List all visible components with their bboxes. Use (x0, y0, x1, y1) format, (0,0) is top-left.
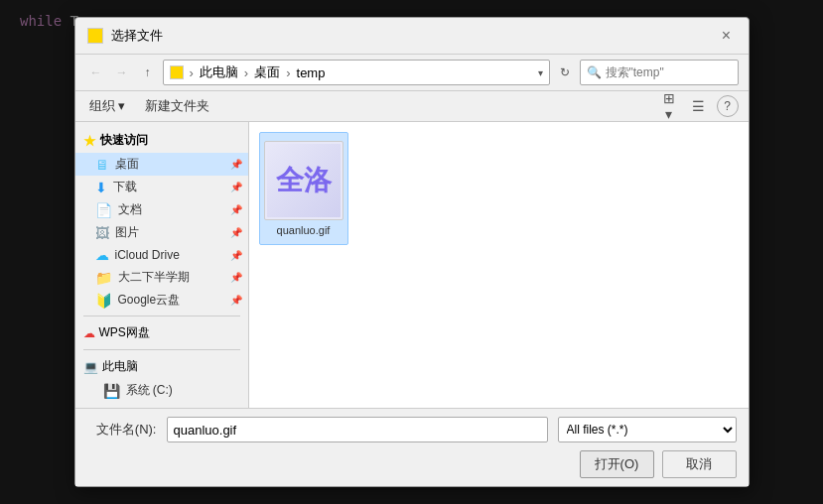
icloud-icon: ☁ (95, 247, 109, 263)
sidebar-item-folder1-label: 大二下半学期 (118, 269, 190, 286)
sidebar-item-pictures-label: 图片 (115, 224, 139, 241)
file-name-label: quanluo.gif (277, 224, 331, 236)
toolbar: 组织 ▾ 新建文件夹 ⊞ ▾ ☰ ? (75, 91, 749, 122)
sidebar-item-google-label: Google云盘 (118, 292, 181, 309)
back-button[interactable]: ← (85, 62, 107, 83)
wps-header: ☁ WPS网盘 (75, 320, 248, 345)
file-item-quanluo[interactable]: 全洛 quanluo.gif (259, 132, 348, 245)
folder-icon: 📁 (95, 270, 112, 286)
photo-icon: 🖼 (95, 225, 109, 241)
thispc-label: 此电脑 (102, 358, 138, 375)
help-button[interactable]: ? (717, 95, 739, 117)
star-icon: ★ (83, 133, 96, 149)
document-icon: 📄 (95, 202, 112, 218)
title-bar: 选择文件 × (75, 18, 749, 55)
google-drive-icon: 🔰 (95, 293, 112, 309)
bottom-bar: 文件名(N): All files (*.*) 打开(O) 取消 (75, 408, 749, 486)
desktop-icon: 🖥 (95, 157, 109, 173)
filename-label: 文件名(N): (87, 421, 157, 439)
file-dialog: 选择文件 × ← → ↑ › 此电脑 › 桌面 › temp ▾ ↻ 🔍 (74, 17, 750, 487)
sidebar-item-documents[interactable]: 📄 文档 📌 (75, 198, 248, 221)
search-input[interactable] (606, 65, 732, 79)
quick-access-label: 快速访问 (100, 132, 148, 149)
sidebar-item-icloud[interactable]: ☁ iCloud Drive 📌 (75, 244, 248, 266)
filename-input[interactable] (167, 417, 548, 442)
new-folder-button[interactable]: 新建文件夹 (141, 95, 213, 117)
search-icon: 🔍 (587, 65, 602, 79)
path-item-desktop: 桌面 (254, 63, 280, 81)
sidebar-item-desktop[interactable]: 🖥 桌面 📌 (75, 153, 248, 176)
organize-button[interactable]: 组织 ▾ (85, 95, 130, 117)
wps-label: WPS网盘 (99, 324, 150, 341)
details-view-button[interactable]: ☰ (687, 95, 711, 117)
sidebar-item-icloud-label: iCloud Drive (115, 248, 180, 262)
sidebar-item-system-label: 系统 (C:) (126, 382, 173, 399)
refresh-button[interactable]: ↻ (554, 62, 576, 83)
gif-preview: 全洛 (267, 144, 341, 217)
thispc-header: 💻 此电脑 (75, 354, 248, 379)
action-row: 打开(O) 取消 (87, 450, 737, 478)
path-item-pc: 此电脑 (200, 63, 238, 81)
open-button[interactable]: 打开(O) (580, 450, 654, 478)
sidebar-divider-2 (83, 349, 240, 350)
file-area: 全洛 quanluo.gif (249, 122, 749, 408)
sidebar-item-documents-label: 文档 (118, 201, 142, 218)
pin-icon-dl: 📌 (230, 182, 242, 192)
view-toggle-button[interactable]: ⊞ ▾ (657, 95, 681, 117)
pin-icon-icl: 📌 (230, 250, 242, 261)
filetype-select[interactable]: All files (*.*) (558, 417, 737, 442)
path-item-folder: temp (297, 65, 326, 80)
sidebar-item-download-label: 下载 (113, 179, 137, 195)
pin-icon-g: 📌 (230, 295, 242, 306)
pin-icon-pic: 📌 (230, 227, 242, 238)
wps-icon: ☁ (83, 326, 95, 340)
sidebar-item-download[interactable]: ⬇ 下载 📌 (75, 176, 248, 198)
path-folder-icon (170, 65, 184, 79)
title-bar-left: 选择文件 (87, 27, 163, 45)
main-content: ★ 快速访问 🖥 桌面 📌 ⬇ 下载 📌 📄 文档 📌 (75, 122, 749, 408)
drive-icon: 💾 (103, 383, 120, 399)
computer-icon: 💻 (83, 360, 98, 374)
search-box: 🔍 (580, 60, 739, 85)
file-thumbnail: 全洛 (264, 141, 343, 220)
up-button[interactable]: ↑ (137, 62, 159, 83)
dialog-title: 选择文件 (111, 27, 163, 45)
download-icon: ⬇ (95, 180, 107, 195)
address-path[interactable]: › 此电脑 › 桌面 › temp ▾ (163, 60, 550, 85)
pin-icon-f1: 📌 (230, 272, 242, 283)
sidebar-item-desktop-label: 桌面 (115, 156, 139, 173)
path-dropdown-button[interactable]: ▾ (538, 67, 543, 78)
sidebar: ★ 快速访问 🖥 桌面 📌 ⬇ 下载 📌 📄 文档 📌 (75, 122, 249, 408)
cancel-button[interactable]: 取消 (662, 450, 737, 478)
close-button[interactable]: × (717, 26, 737, 46)
dialog-overlay: 选择文件 × ← → ↑ › 此电脑 › 桌面 › temp ▾ ↻ 🔍 (0, 0, 823, 504)
address-bar: ← → ↑ › 此电脑 › 桌面 › temp ▾ ↻ 🔍 (75, 55, 749, 91)
toolbar-right: ⊞ ▾ ☰ ? (657, 95, 739, 117)
quick-access-header: ★ 快速访问 (75, 128, 248, 153)
sidebar-item-system-c[interactable]: 💾 系统 (C:) (75, 379, 248, 402)
pin-icon: 📌 (230, 159, 242, 170)
sidebar-item-folder1[interactable]: 📁 大二下半学期 📌 (75, 266, 248, 289)
sidebar-divider-1 (83, 315, 240, 316)
sidebar-item-pictures[interactable]: 🖼 图片 📌 (75, 221, 248, 244)
dialog-icon (87, 28, 103, 44)
sidebar-item-google[interactable]: 🔰 Google云盘 📌 (75, 289, 248, 312)
filename-row: 文件名(N): All files (*.*) (87, 417, 737, 442)
pin-icon-doc: 📌 (230, 204, 242, 215)
forward-button[interactable]: → (111, 62, 133, 83)
